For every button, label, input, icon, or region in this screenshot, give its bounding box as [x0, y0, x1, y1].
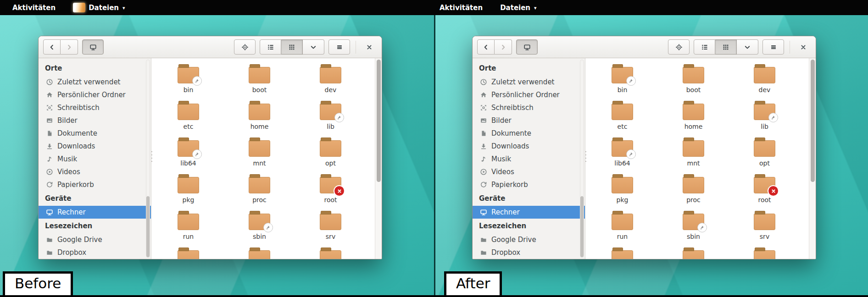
file-item-dev[interactable]: dev — [729, 64, 800, 100]
back-button[interactable] — [43, 39, 61, 55]
content-scrollbar-thumb[interactable] — [811, 60, 815, 182]
file-item-lib64[interactable]: lib64 — [153, 137, 224, 174]
sidebar-scrollbar[interactable] — [146, 60, 150, 258]
close-button[interactable] — [362, 39, 377, 55]
enter-location-button[interactable] — [234, 39, 256, 55]
sidebar-item-bilder[interactable]: Bilder — [473, 114, 585, 127]
sidebar-scrollbar-thumb[interactable] — [146, 196, 150, 257]
computer-location-button[interactable] — [82, 39, 104, 55]
file-item-sbin[interactable]: sbin — [224, 210, 295, 247]
folder-icon — [683, 177, 704, 193]
file-item-bin[interactable]: bin — [153, 64, 224, 100]
x-mark-icon — [336, 188, 343, 194]
sidebar-item-rechner[interactable]: Rechner — [473, 206, 585, 219]
sidebar-item-musik[interactable]: Musik — [473, 153, 585, 165]
sidebar-item-schreibtisch[interactable]: Schreibtisch — [473, 101, 585, 114]
sidebar-item-papierkorb[interactable]: Papierkorb — [39, 178, 151, 191]
file-item[interactable] — [587, 247, 658, 259]
content-scrollbar[interactable] — [809, 58, 816, 259]
sidebar-item-downloads[interactable]: Downloads — [39, 140, 151, 153]
list-view-button[interactable] — [260, 39, 281, 55]
file-item-mnt[interactable]: mnt — [224, 137, 295, 174]
file-item-lib[interactable]: lib — [729, 100, 800, 137]
folder-icon — [178, 67, 199, 83]
app-menu[interactable]: Dateien ▾ — [73, 3, 125, 12]
sidebar-item-dropbox[interactable]: Dropbox — [473, 246, 585, 259]
file-item-proc[interactable]: proc — [658, 174, 729, 210]
close-button[interactable] — [796, 39, 811, 55]
computer-location-button[interactable] — [516, 39, 538, 55]
content-scrollbar-thumb[interactable] — [377, 60, 381, 182]
file-item[interactable] — [153, 247, 224, 259]
file-item-srv[interactable]: srv — [295, 210, 366, 247]
sidebar-scrollbar-thumb[interactable] — [580, 196, 584, 257]
sidebar-item-musik[interactable]: Musik — [39, 153, 151, 165]
activities-button[interactable]: Aktivitäten — [12, 4, 56, 12]
sidebar-item-videos[interactable]: Videos — [39, 165, 151, 178]
content-scrollbar[interactable] — [375, 58, 382, 259]
sidebar-item-rechner[interactable]: Rechner — [39, 206, 151, 219]
pane-resize-handle[interactable] — [150, 151, 153, 162]
file-item[interactable] — [224, 247, 295, 259]
file-item[interactable] — [295, 247, 366, 259]
activities-button[interactable]: Aktivitäten — [440, 4, 483, 12]
enter-location-button[interactable] — [668, 39, 690, 55]
file-item-opt[interactable]: opt — [729, 137, 800, 174]
sidebar-item-dropbox[interactable]: Dropbox — [39, 246, 151, 259]
file-item-opt[interactable]: opt — [295, 137, 366, 174]
file-item-etc[interactable]: etc — [587, 100, 658, 137]
forward-button[interactable] — [61, 39, 78, 55]
forward-button[interactable] — [495, 39, 512, 55]
file-item-home[interactable]: home — [224, 100, 295, 137]
file-item-dev[interactable]: dev — [295, 64, 366, 100]
sidebar-item-label: Dokumente — [491, 129, 531, 138]
menu-button[interactable] — [762, 39, 784, 55]
file-item[interactable] — [658, 247, 729, 259]
view-options-button[interactable] — [303, 39, 324, 55]
file-item-home[interactable]: home — [658, 100, 729, 137]
sidebar-item-schreibtisch[interactable]: Schreibtisch — [39, 101, 151, 114]
file-item-pkg[interactable]: pkg — [587, 174, 658, 210]
file-item-sbin[interactable]: sbin — [658, 210, 729, 247]
link-arrow-icon — [628, 78, 634, 84]
file-item-pkg[interactable]: pkg — [153, 174, 224, 210]
list-view-button[interactable] — [694, 39, 715, 55]
file-item-lib[interactable]: lib — [295, 100, 366, 137]
file-item-run[interactable]: run — [153, 210, 224, 247]
sidebar-item-downloads[interactable]: Downloads — [473, 140, 585, 153]
sidebar-item-pers-nlicher-ordner[interactable]: Persönlicher Ordner — [473, 88, 585, 101]
file-item-etc[interactable]: etc — [153, 100, 224, 137]
sidebar-scrollbar[interactable] — [580, 60, 584, 258]
menu-button[interactable] — [328, 39, 350, 55]
file-item-bin[interactable]: bin — [587, 64, 658, 100]
file-item-mnt[interactable]: mnt — [658, 137, 729, 174]
trash-icon — [46, 181, 53, 188]
file-item-boot[interactable]: boot — [224, 64, 295, 100]
sidebar-item-pers-nlicher-ordner[interactable]: Persönlicher Ordner — [39, 88, 151, 101]
file-item[interactable] — [729, 247, 800, 259]
document-icon — [480, 130, 487, 137]
sidebar-item-videos[interactable]: Videos — [473, 165, 585, 178]
file-item-boot[interactable]: boot — [658, 64, 729, 100]
app-menu[interactable]: Dateien ▾ — [500, 4, 536, 12]
sidebar-item-papierkorb[interactable]: Papierkorb — [473, 178, 585, 191]
file-item-root[interactable]: root — [295, 174, 366, 210]
file-item-lib64[interactable]: lib64 — [587, 137, 658, 174]
back-button[interactable] — [477, 39, 495, 55]
sidebar-item-google-drive[interactable]: Google Drive — [473, 233, 585, 246]
file-name-label: lib — [327, 123, 334, 130]
file-item-srv[interactable]: srv — [729, 210, 800, 247]
sidebar-item-zuletzt-verwendet[interactable]: Zuletzt verwendet — [473, 76, 585, 88]
file-item-proc[interactable]: proc — [224, 174, 295, 210]
sidebar-item-google-drive[interactable]: Google Drive — [39, 233, 151, 246]
sidebar-item-zuletzt-verwendet[interactable]: Zuletzt verwendet — [39, 76, 151, 88]
grid-view-button[interactable] — [281, 39, 303, 55]
sidebar-item-dokumente[interactable]: Dokumente — [39, 127, 151, 140]
file-item-root[interactable]: root — [729, 174, 800, 210]
grid-view-button[interactable] — [715, 39, 737, 55]
pane-resize-handle[interactable] — [584, 151, 587, 162]
sidebar-item-dokumente[interactable]: Dokumente — [473, 127, 585, 140]
view-options-button[interactable] — [737, 39, 758, 55]
sidebar-item-bilder[interactable]: Bilder — [39, 114, 151, 127]
file-item-run[interactable]: run — [587, 210, 658, 247]
